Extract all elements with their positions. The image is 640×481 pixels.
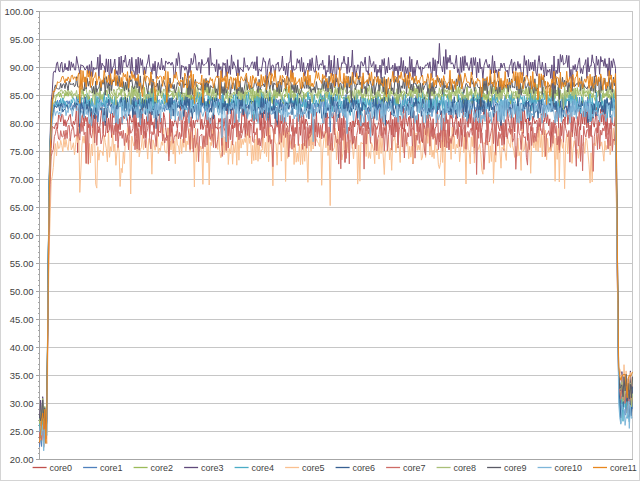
cpu-core-temperature-chart: 100.0095.0090.0085.0080.0075.0070.0065.0… [1, 1, 639, 480]
legend-label-core4: core4 [252, 463, 275, 473]
y-axis-label: 95.00 [10, 34, 34, 45]
y-axis-label: 30.00 [10, 398, 34, 409]
series-line-core5 [40, 127, 633, 447]
y-axis-label: 25.00 [10, 426, 34, 437]
y-axis-label: 70.00 [10, 174, 34, 185]
series-line-core7 [40, 115, 633, 440]
y-axis-label: 75.00 [10, 146, 34, 157]
y-axis-label: 60.00 [10, 230, 34, 241]
y-axis-label: 50.00 [10, 286, 34, 297]
legend-label-core2: core2 [151, 463, 174, 473]
y-axis-label: 20.00 [10, 454, 34, 465]
y-axis-label: 45.00 [10, 314, 34, 325]
legend-label-core1: core1 [100, 463, 123, 473]
chart-container: 100.0095.0090.0085.0080.0075.0070.0065.0… [0, 0, 640, 481]
legend-label-core5: core5 [302, 463, 325, 473]
y-axis-label: 85.00 [10, 90, 34, 101]
y-axis-label: 80.00 [10, 118, 34, 129]
legend-label-core8: core8 [454, 463, 477, 473]
legend-label-core10: core10 [555, 463, 583, 473]
legend-label-core11: core11 [610, 463, 637, 473]
y-axis-label: 55.00 [10, 258, 34, 269]
legend-label-core9: core9 [504, 463, 527, 473]
y-axis-label: 40.00 [10, 342, 34, 353]
y-axis-label: 65.00 [10, 202, 34, 213]
y-axis-label: 35.00 [10, 370, 34, 381]
legend-label-core6: core6 [353, 463, 376, 473]
legend-label-core0: core0 [50, 463, 73, 473]
y-axis-label: 100.00 [4, 6, 33, 17]
y-axis-label: 90.00 [10, 62, 34, 73]
legend-label-core7: core7 [403, 463, 426, 473]
legend-label-core3: core3 [201, 463, 224, 473]
